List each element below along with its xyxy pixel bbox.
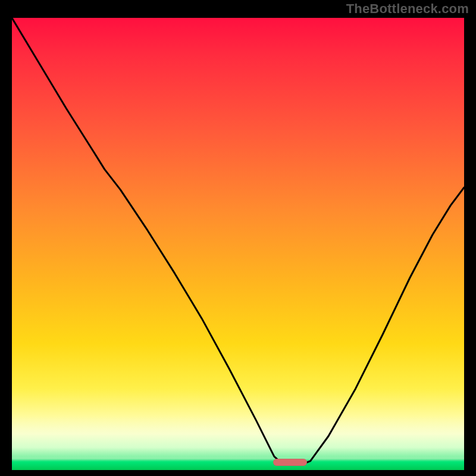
bottleneck-curve [12, 18, 464, 470]
watermark-text: TheBottleneck.com [346, 1, 469, 17]
optimal-range-marker [273, 459, 307, 466]
plot-area [12, 18, 464, 470]
chart-frame: TheBottleneck.com [0, 0, 476, 476]
curve-path [12, 18, 464, 465]
